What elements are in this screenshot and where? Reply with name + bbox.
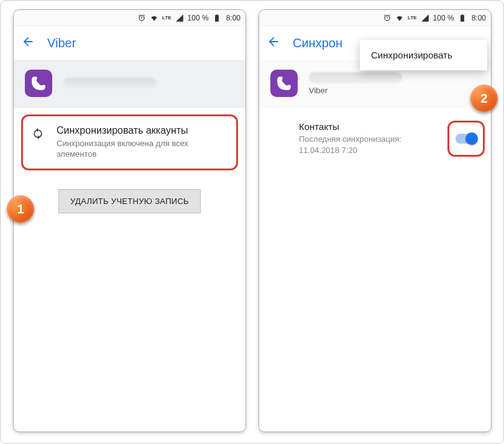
app-header: Viber [14, 26, 245, 60]
page-title: Viber [47, 36, 76, 50]
contacts-sync-row[interactable]: Контакты Последняя синхронизация: 11.04.… [267, 121, 485, 157]
step-badge-1: 1 [7, 195, 34, 223]
wifi-icon [150, 14, 158, 22]
account-subtitle: Viber [309, 86, 402, 95]
back-arrow-icon[interactable] [21, 35, 35, 51]
contacts-title: Контакты [299, 121, 439, 132]
status-bar: LTE 100 % 8:00 [259, 10, 491, 26]
clock-text: 8:00 [472, 14, 486, 22]
sync-title: Синхронизировать аккаунты [57, 125, 227, 136]
back-arrow-icon[interactable] [267, 35, 280, 51]
contacts-toggle-highlight [447, 121, 485, 157]
signal-icon [175, 14, 184, 22]
account-header [14, 60, 245, 108]
contacts-subtitle: Последняя синхронизация: 11.04.2018 7:20 [299, 134, 439, 155]
battery-percent: 100 % [433, 14, 454, 22]
account-name-blurred [309, 72, 402, 83]
battery-percent: 100 % [188, 14, 209, 22]
account-name-blurred [63, 78, 157, 89]
signal-icon [421, 14, 429, 22]
page-title: Синхрон [293, 36, 342, 50]
phone-screenshot-left: LTE 100 % 8:00 Viber Синхронизировать ак… [13, 9, 246, 432]
sync-subtitle: Синхронизация включена для всех элементо… [57, 139, 227, 160]
sync-accounts-row[interactable]: Синхронизировать аккаунты Синхронизация … [21, 114, 238, 170]
status-bar: LTE 100 % 8:00 [14, 10, 245, 26]
phone-screenshot-right: LTE 100 % 8:00 Синхрон Синхронизировать … [259, 9, 492, 432]
alarm-icon [383, 14, 392, 22]
clock-text: 8:00 [226, 14, 241, 22]
viber-logo-icon [270, 70, 298, 97]
step-badge-2: 2 [470, 85, 498, 112]
contacts-toggle[interactable] [456, 134, 477, 144]
lte-icon: LTE [408, 15, 417, 21]
battery-icon [213, 14, 221, 22]
sync-icon [32, 127, 44, 140]
viber-logo-icon [25, 70, 52, 97]
lte-icon: LTE [162, 15, 172, 21]
overflow-menu[interactable]: Синхронизировать [360, 40, 487, 70]
wifi-icon [395, 14, 404, 22]
delete-account-button[interactable]: УДАЛИТЬ УЧЕТНУЮ ЗАПИСЬ [58, 189, 201, 213]
battery-icon [458, 14, 467, 22]
alarm-icon [137, 14, 146, 22]
menu-item-sync[interactable]: Синхронизировать [371, 50, 452, 60]
